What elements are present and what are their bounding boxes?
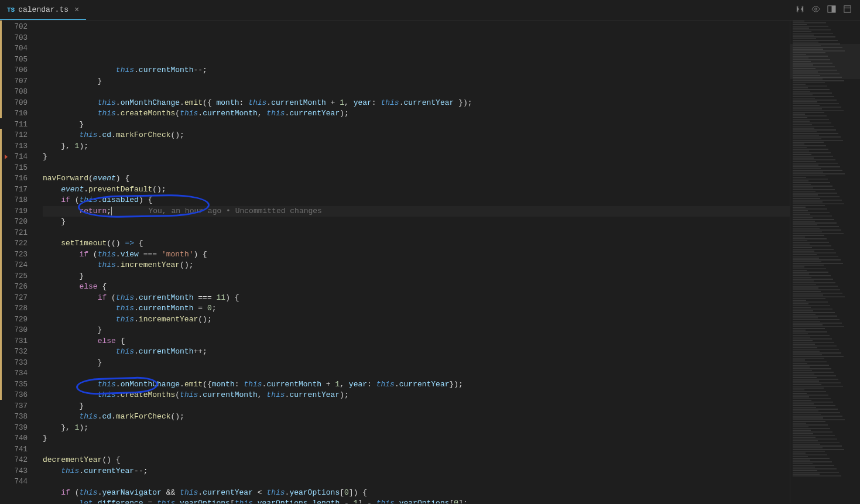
code-line[interactable]: setTimeout(() => {	[43, 238, 790, 249]
split-right-icon[interactable]	[827, 5, 836, 16]
code-line[interactable]: navForward(event) {	[43, 173, 790, 184]
code-line[interactable]	[43, 87, 790, 98]
preview-icon[interactable]	[811, 5, 820, 16]
close-icon[interactable]: ×	[74, 5, 79, 15]
code-line[interactable]: }	[43, 358, 790, 369]
line-number[interactable]: 721	[6, 228, 28, 239]
line-number[interactable]: 703	[6, 33, 28, 44]
line-number[interactable]: 707	[6, 76, 28, 87]
line-number[interactable]: 720	[6, 217, 28, 228]
line-number[interactable]: 717	[6, 184, 28, 196]
line-number-gutter[interactable]: 7027037047057067077087097107117127137147…	[6, 20, 38, 503]
minimap-line	[793, 349, 839, 350]
line-number[interactable]: 711	[6, 119, 28, 131]
minimap[interactable]	[790, 20, 860, 503]
line-number[interactable]: 719	[6, 206, 28, 217]
line-number[interactable]: 716	[6, 173, 28, 184]
line-number[interactable]: 723	[6, 249, 28, 260]
more-icon[interactable]	[843, 5, 852, 16]
code-line[interactable]: }	[43, 325, 790, 336]
line-number[interactable]: 712	[6, 130, 28, 141]
line-number[interactable]: 728	[6, 303, 28, 314]
line-number[interactable]: 714	[6, 152, 28, 163]
code-line[interactable]: this.incrementYear();	[43, 314, 790, 325]
line-number[interactable]: 743	[6, 466, 28, 477]
line-number[interactable]: 706	[6, 65, 28, 76]
line-number[interactable]: 704	[6, 43, 28, 54]
line-number[interactable]: 724	[6, 260, 28, 271]
code-line[interactable]	[43, 368, 790, 379]
code-line[interactable]: }	[43, 152, 790, 163]
code-line[interactable]: let difference = this.yearOptions[this.y…	[43, 498, 790, 503]
line-number[interactable]: 737	[6, 401, 28, 412]
line-number[interactable]: 713	[6, 141, 28, 152]
code-line[interactable]: if (this.disabled) {	[43, 195, 790, 206]
minimap-line	[793, 266, 804, 268]
code-line[interactable]: }	[43, 217, 790, 228]
line-number[interactable]: 725	[6, 271, 28, 282]
tab-calendar-ts[interactable]: TS calendar.ts ×	[0, 0, 86, 20]
code-editor[interactable]: this.currentMonth--; } this.onMonthChang…	[38, 20, 790, 503]
code-line[interactable]: if (this.yearNavigator && this.currentYe…	[43, 488, 790, 499]
minimap-slider[interactable]	[790, 44, 860, 79]
line-number[interactable]: 734	[6, 368, 28, 379]
line-number[interactable]: 733	[6, 358, 28, 369]
line-number[interactable]: 708	[6, 87, 28, 98]
line-number[interactable]: 718	[6, 195, 28, 206]
line-number[interactable]: 702	[6, 22, 28, 33]
code-line[interactable]	[43, 476, 790, 488]
line-number[interactable]: 729	[6, 314, 28, 325]
code-line[interactable]: return; You, an hour ago • Uncommitted c…	[43, 206, 790, 217]
code-line[interactable]: this.onMonthChange.emit({ month: this.cu…	[43, 98, 790, 109]
line-number[interactable]: 722	[6, 238, 28, 249]
code-line[interactable]	[43, 228, 790, 239]
code-line[interactable]: decrementYear() {	[43, 455, 790, 466]
minimap-line	[793, 460, 810, 461]
code-line[interactable]: }	[43, 119, 790, 131]
code-line[interactable]: }	[43, 401, 790, 412]
code-line[interactable]: this.currentMonth--;	[43, 65, 790, 76]
line-number[interactable]: 740	[6, 433, 28, 444]
line-number[interactable]: 735	[6, 379, 28, 390]
line-number[interactable]: 742	[6, 455, 28, 466]
minimap-line	[793, 410, 818, 412]
line-number[interactable]: 736	[6, 390, 28, 401]
code-line[interactable]: this.incrementYear();	[43, 260, 790, 271]
code-line[interactable]: }, 1);	[43, 141, 790, 152]
line-number[interactable]: 726	[6, 282, 28, 293]
code-line[interactable]: this.cd.markForCheck();	[43, 412, 790, 423]
line-number[interactable]: 739	[6, 423, 28, 434]
code-line[interactable]: event.preventDefault();	[43, 184, 790, 196]
code-line[interactable]: if (this.view === 'month') {	[43, 249, 790, 260]
line-number[interactable]: 741	[6, 444, 28, 455]
code-line[interactable]	[43, 444, 790, 455]
line-number[interactable]: 715	[6, 163, 28, 174]
line-number[interactable]: 731	[6, 336, 28, 347]
compare-icon[interactable]	[796, 5, 804, 16]
line-number[interactable]: 705	[6, 54, 28, 66]
code-line[interactable]: this.currentYear--;	[43, 466, 790, 477]
code-line[interactable]	[43, 163, 790, 174]
line-number[interactable]: 732	[6, 347, 28, 358]
line-number[interactable]: 744	[6, 476, 28, 488]
code-line[interactable]: else {	[43, 282, 790, 293]
line-number[interactable]: 727	[6, 293, 28, 304]
code-line[interactable]: }	[43, 271, 790, 282]
code-line[interactable]: }	[43, 76, 790, 87]
minimap-line	[793, 249, 834, 250]
code-line[interactable]: else {	[43, 336, 790, 347]
code-line[interactable]: this.currentMonth++;	[43, 347, 790, 358]
code-line[interactable]: this.onMonthChange.emit({month: this.cur…	[43, 379, 790, 390]
code-line[interactable]: this.currentMonth = 0;	[43, 303, 790, 314]
code-line[interactable]: }, 1);	[43, 423, 790, 434]
line-number[interactable]: 738	[6, 412, 28, 423]
minimap-line	[793, 433, 813, 434]
line-number[interactable]: 730	[6, 325, 28, 336]
code-line[interactable]: if (this.currentMonth === 11) {	[43, 293, 790, 304]
code-line[interactable]: this.cd.markForCheck();	[43, 130, 790, 141]
line-number[interactable]: 709	[6, 98, 28, 109]
code-line[interactable]: this.createMonths(this.currentMonth, thi…	[43, 108, 790, 119]
code-line[interactable]: this.createMonths(this.currentMonth, thi…	[43, 390, 790, 401]
code-line[interactable]: }	[43, 433, 790, 444]
line-number[interactable]: 710	[6, 108, 28, 119]
